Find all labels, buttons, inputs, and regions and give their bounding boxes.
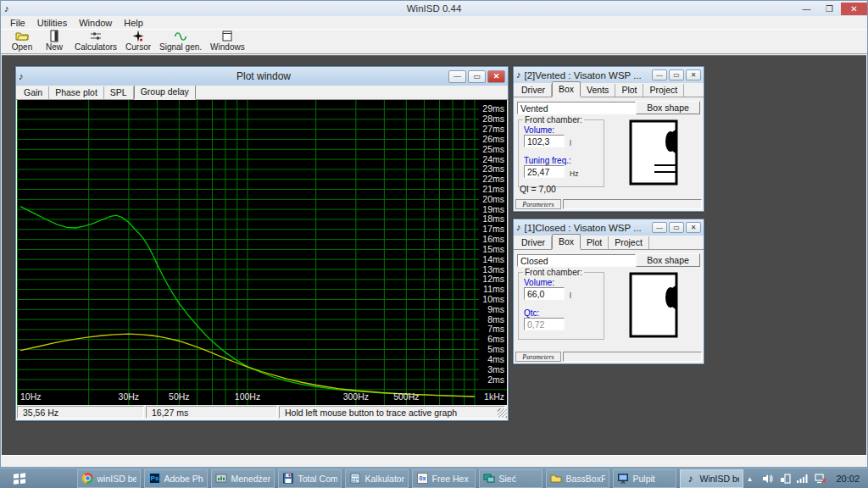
menu-item-utilities[interactable]: Utilities: [31, 18, 73, 28]
plot-status-bar: 35,56 Hz 16,27 ms Hold left mouse button…: [16, 405, 508, 419]
calculators-icon: [89, 30, 103, 42]
svg-text:26ms: 26ms: [482, 134, 504, 144]
svg-text:22ms: 22ms: [482, 174, 504, 184]
minimize-icon[interactable]: —: [652, 69, 667, 80]
taskbar-button-menedżer-z[interactable]: Menedżer z...: [211, 469, 275, 488]
toolbar-button-new[interactable]: New: [38, 29, 70, 53]
toolbar-button-signal-gen[interactable]: Signal gen.: [155, 29, 206, 53]
chrome-icon: [81, 473, 93, 485]
network-error-icon[interactable]: ✕: [815, 473, 826, 485]
svg-text:13ms: 13ms: [482, 264, 504, 274]
menu-item-help[interactable]: Help: [118, 18, 149, 28]
maximize-icon[interactable]: ▭: [468, 70, 486, 83]
restore-icon[interactable]: ❐: [818, 3, 841, 15]
taskbar-button-label: Adobe Phot...: [164, 474, 203, 484]
taskbar-buttons: winISD beta ...PsAdobe Phot...Menedżer z…: [77, 469, 743, 488]
taskbar-button-label: Total Com...: [298, 474, 337, 484]
svg-text:18ms: 18ms: [482, 214, 504, 224]
close-icon[interactable]: ✕: [686, 69, 701, 80]
box-type-field[interactable]: [517, 254, 636, 267]
desktop: ♪ WinISD 0.44 — ❐ ✕ FileUtilitiesWindowH…: [0, 0, 868, 488]
vented-window-title-bar[interactable]: ♪ [2]Vented : Visaton WSP ... — ▭ ✕: [514, 67, 704, 83]
close-icon[interactable]: ✕: [487, 70, 505, 83]
menu-item-window[interactable]: Window: [73, 18, 118, 28]
removable-device-icon[interactable]: [779, 473, 791, 485]
minimize-icon[interactable]: —: [652, 222, 667, 233]
toolbar-button-calculators[interactable]: Calculators: [70, 29, 121, 53]
open-folder-icon: [15, 30, 29, 42]
tab-gain[interactable]: Gain: [18, 86, 49, 99]
floppy-disk-icon: [282, 473, 294, 485]
parameters-progress: [563, 199, 702, 209]
vented-tab-box[interactable]: Box: [552, 81, 581, 97]
volume-label: Volume:: [524, 125, 554, 135]
volume-field[interactable]: [524, 135, 565, 147]
toolbar-button-cursor[interactable]: Cursor: [121, 29, 155, 53]
menu-bar: FileUtilitiesWindowHelp: [1, 16, 867, 29]
taskbar-button-sieć[interactable]: Sieć: [479, 469, 542, 488]
tab-group-delay[interactable]: Group delay: [134, 84, 196, 100]
taskbar-button-bassboxpro[interactable]: BassBoxPro ...: [546, 469, 609, 488]
hex-editor-icon: 0x: [416, 473, 428, 485]
closed-tab-project[interactable]: Project: [609, 236, 649, 249]
close-icon[interactable]: ✕: [686, 222, 701, 233]
show-hidden-icons-icon[interactable]: ▴: [743, 473, 755, 485]
svg-text:✕: ✕: [821, 477, 826, 484]
taskbar-button-label: BassBoxPro ...: [565, 474, 605, 484]
signal-generator-icon: [174, 30, 187, 42]
taskbar-button-total-com[interactable]: Total Com...: [278, 469, 342, 488]
vented-tab-driver[interactable]: Driver: [515, 84, 552, 97]
vented-tab-project[interactable]: Project: [643, 84, 684, 97]
resize-grip[interactable]: [498, 408, 507, 418]
volume-icon[interactable]: [761, 473, 773, 485]
parameters-tab[interactable]: Parameters: [515, 352, 561, 362]
taskbar-button-kalkulator[interactable]: Kalkulator: [345, 469, 409, 488]
box-shape-button[interactable]: Box shape: [636, 253, 700, 267]
qtc-field[interactable]: [524, 318, 565, 330]
closed-tab-driver[interactable]: Driver: [515, 236, 552, 249]
tuning-freq-label: Tuning freq.:: [524, 156, 571, 165]
taskbar-button-adobe-phot[interactable]: PsAdobe Phot...: [144, 469, 208, 488]
taskbar-button-label: WinISD beta: [699, 474, 739, 484]
taskbar-button-label: Sieć: [498, 474, 515, 484]
parameters-tab[interactable]: Parameters: [515, 199, 561, 209]
taskbar-button-winisd-beta[interactable]: winISD beta ...: [77, 469, 141, 488]
box-type-field[interactable]: [517, 102, 636, 114]
tab-phase-plot[interactable]: Phase plot: [49, 86, 104, 99]
toolbar-button-open[interactable]: Open: [6, 29, 38, 53]
vented-tab-plot[interactable]: Plot: [615, 84, 643, 97]
main-title-bar[interactable]: ♪ WinISD 0.44 — ❐ ✕: [1, 1, 867, 16]
taskbar-button-free-hex-edi[interactable]: 0xFree Hex Edi...: [412, 469, 476, 488]
closed-tab-plot[interactable]: Plot: [581, 236, 609, 249]
vented-tab-bar: DriverBoxVentsPlotProject: [514, 83, 704, 97]
maximize-icon[interactable]: ▭: [669, 69, 684, 80]
closed-window-title-bar[interactable]: ♪ [1]Closed : Visaton WSP ... — ▭ ✕: [514, 219, 704, 236]
closed-tab-box[interactable]: Box: [552, 234, 581, 250]
close-icon[interactable]: ✕: [841, 3, 867, 15]
svg-text:21ms: 21ms: [482, 184, 504, 194]
tuning-freq-field[interactable]: [524, 165, 565, 178]
tab-spl[interactable]: SPL: [104, 86, 134, 99]
group-delay-plot[interactable]: 2ms3ms4ms5ms6ms7ms8ms9ms10ms11ms12ms13ms…: [17, 100, 507, 405]
signal-strength-icon[interactable]: [797, 473, 809, 485]
plot-window-title: Plot window: [19, 70, 508, 82]
plot-window-title-bar[interactable]: ♪ Plot window — ▭ ✕: [16, 67, 508, 86]
svg-text:5ms: 5ms: [487, 344, 504, 354]
svg-text:9ms: 9ms: [487, 304, 504, 314]
box-shape-button[interactable]: Box shape: [636, 101, 700, 114]
maximize-icon[interactable]: ▭: [669, 222, 684, 233]
svg-text:11ms: 11ms: [483, 284, 504, 294]
taskbar-button-pulpit[interactable]: Pulpit: [613, 469, 676, 488]
taskbar-clock[interactable]: 20:02: [836, 474, 860, 484]
svg-text:8ms: 8ms: [487, 314, 504, 324]
volume-field[interactable]: [524, 287, 565, 300]
svg-text:25ms: 25ms: [482, 144, 504, 154]
vented-tab-vents[interactable]: Vents: [581, 84, 615, 97]
start-button[interactable]: [0, 469, 38, 488]
minimize-icon[interactable]: —: [795, 3, 818, 15]
taskbar-button-winisd-beta[interactable]: ♪WinISD beta: [680, 469, 743, 488]
menu-item-file[interactable]: File: [4, 18, 31, 28]
front-chamber-group: Front chamber: Volume: l Qtc:: [518, 272, 604, 340]
minimize-icon[interactable]: —: [448, 70, 466, 83]
toolbar-button-windows[interactable]: Windows: [206, 29, 249, 53]
